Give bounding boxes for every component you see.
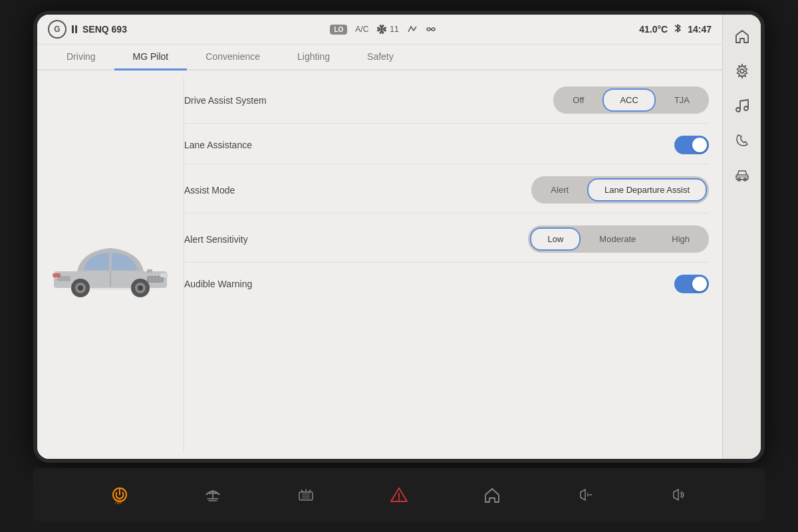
svg-point-16	[78, 285, 83, 291]
home-button[interactable]	[475, 478, 509, 511]
svg-rect-13	[53, 273, 61, 277]
tab-navigation: Driving MG Pilot Convenience Lighting Sa…	[37, 45, 722, 70]
sidebar-home[interactable]	[727, 21, 757, 52]
defrost-front-button[interactable]	[196, 478, 229, 511]
assist-mode-row: Assist Mode Alert Lane Departure Assist	[184, 167, 709, 213]
lane-assistance-control	[674, 136, 709, 154]
svg-rect-12	[160, 273, 168, 277]
tab-convenience[interactable]: Convenience	[187, 45, 279, 70]
infotainment-screen: G SENQ 693 LO A/C	[33, 11, 765, 463]
physical-buttons: ON OFF	[33, 468, 765, 521]
link-icon	[426, 24, 436, 35]
sensitivity-moderate[interactable]: Moderate	[582, 227, 653, 251]
bluetooth-icon	[673, 23, 682, 37]
svg-rect-21	[147, 269, 152, 273]
right-sidebar	[722, 15, 761, 459]
svg-text:OFF: OFF	[115, 501, 122, 504]
defrost-rear-button[interactable]	[289, 478, 323, 511]
status-left: G SENQ 693	[48, 20, 127, 39]
drive-assist-segmented[interactable]: Off ACC TJA	[553, 86, 709, 114]
drive-assist-row: Drive Assist System Off ACC TJA	[184, 77, 709, 124]
status-right: 41.0°C 14:47	[639, 23, 712, 37]
ac-label: A/C	[355, 25, 368, 34]
car-image-area	[37, 70, 184, 459]
svg-point-23	[736, 108, 740, 112]
tab-lighting[interactable]: Lighting	[279, 45, 348, 70]
sidebar-car[interactable]	[727, 160, 757, 190]
svg-rect-1	[427, 28, 430, 31]
assist-mode-lda[interactable]: Lane Departure Assist	[587, 178, 707, 201]
pause-icon	[72, 25, 77, 33]
drive-assist-control: Off ACC TJA	[553, 86, 709, 114]
drive-assist-tja[interactable]: TJA	[657, 88, 707, 112]
audible-warning-control	[674, 275, 709, 293]
svg-point-22	[740, 69, 744, 73]
status-bar: G SENQ 693 LO A/C	[37, 15, 722, 45]
alert-sensitivity-row: Alert Sensitivity Low Moderate High	[184, 216, 709, 263]
sensitivity-low[interactable]: Low	[530, 227, 581, 251]
tab-driving[interactable]: Driving	[48, 45, 114, 70]
volume-up-button[interactable]	[662, 478, 695, 511]
drive-assist-off[interactable]: Off	[555, 88, 601, 112]
sidebar-music[interactable]	[727, 90, 757, 121]
tab-safety[interactable]: Safety	[348, 45, 412, 70]
audible-warning-label: Audible Warning	[184, 279, 291, 289]
svg-point-24	[744, 106, 748, 110]
drive-assist-label: Drive Assist System	[184, 95, 291, 106]
car-silhouette	[44, 84, 177, 446]
station-icon: G	[48, 20, 66, 39]
tab-mg-pilot[interactable]: MG Pilot	[114, 45, 188, 70]
station-name: SENQ 693	[82, 24, 127, 35]
fan-icon: 11	[376, 24, 398, 35]
sensitivity-high[interactable]: High	[654, 227, 707, 251]
station-icon-letter: G	[54, 25, 60, 34]
hazard-button[interactable]	[382, 478, 416, 511]
svg-point-41	[398, 499, 400, 501]
time-display: 14:47	[688, 24, 712, 35]
volume-down-button[interactable]	[569, 478, 602, 511]
svg-point-19	[138, 285, 143, 291]
svg-marker-42	[581, 489, 585, 500]
temperature: 41.0°C	[639, 24, 668, 35]
lane-assistance-row: Lane Assistance	[184, 126, 709, 164]
drive-assist-acc[interactable]: ACC	[602, 88, 655, 112]
assist-mode-label: Assist Mode	[184, 185, 291, 196]
main-content: G SENQ 693 LO A/C	[37, 15, 722, 459]
lo-badge: LO	[330, 25, 347, 35]
lane-assistance-toggle[interactable]	[674, 136, 709, 154]
audible-warning-row: Audible Warning	[184, 265, 709, 303]
screen-content: G SENQ 693 LO A/C	[37, 15, 761, 459]
power-button[interactable]: ON OFF	[103, 478, 136, 511]
lane-assistance-label: Lane Assistance	[184, 140, 291, 150]
route-icon	[407, 24, 418, 35]
svg-marker-44	[674, 489, 678, 500]
alert-sensitivity-segmented[interactable]: Low Moderate High	[528, 225, 709, 253]
assist-mode-alert[interactable]: Alert	[533, 178, 586, 201]
assist-mode-segmented[interactable]: Alert Lane Departure Assist	[531, 176, 709, 203]
status-center: LO A/C 11	[330, 24, 436, 35]
content-area: Drive Assist System Off ACC TJA Lane Ass…	[37, 70, 722, 459]
sidebar-phone[interactable]	[727, 125, 757, 156]
audible-warning-toggle[interactable]	[674, 275, 709, 293]
alert-sensitivity-label: Alert Sensitivity	[184, 234, 291, 245]
assist-mode-control: Alert Lane Departure Assist	[531, 176, 709, 203]
svg-rect-2	[432, 28, 435, 31]
svg-point-0	[380, 28, 383, 31]
settings-content: Drive Assist System Off ACC TJA Lane Ass…	[184, 70, 722, 459]
sidebar-settings[interactable]	[727, 56, 757, 86]
alert-sensitivity-control: Low Moderate High	[528, 225, 709, 253]
